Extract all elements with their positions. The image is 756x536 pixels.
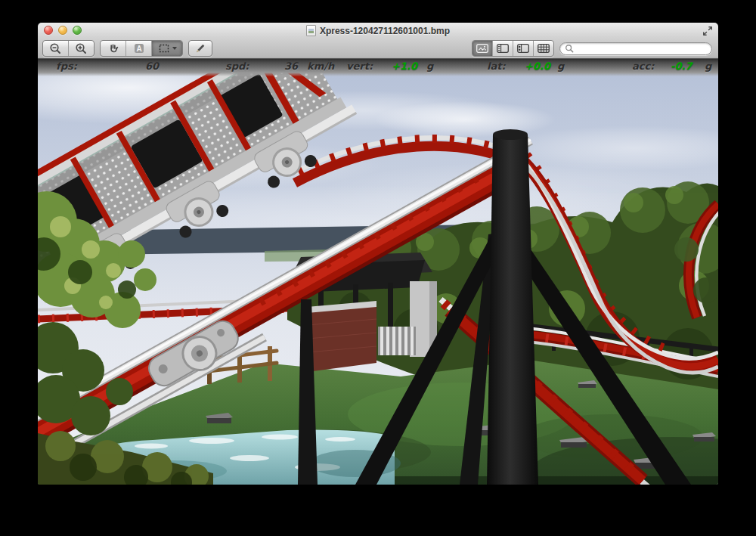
desktop-background: Xpress-120427112601001.bmp [0,0,756,536]
coaster-scene [38,59,718,485]
hand-icon [107,42,119,54]
view-contents-button[interactable] [513,41,533,56]
titlebar[interactable]: Xpress-120427112601001.bmp [38,23,718,39]
view-contactsheet-icon [538,44,550,53]
select-tool-button[interactable] [151,41,182,56]
search-input[interactable] [577,43,707,54]
zoom-group [42,40,94,57]
preview-window: Xpress-120427112601001.bmp [38,23,718,485]
window-title: Xpress-120427112601001.bmp [320,26,450,36]
hud-spd-unit: km/h [307,59,334,73]
hud-acc-unit: g [705,59,711,73]
hud-vert-unit: g [426,59,433,73]
zoom-in-button[interactable] [68,41,94,56]
hud-acc-value: -0.7 [671,59,692,73]
toolbar: A [38,39,718,58]
move-tool-button[interactable] [101,41,125,56]
hud-vert-label: vert: [346,59,373,73]
minimize-button[interactable] [58,26,67,35]
search-icon [565,44,574,53]
view-single-button[interactable] [472,41,492,56]
fullscreen-icon[interactable] [702,25,714,37]
markup-pencil-button[interactable] [189,41,212,56]
view-sidebar-alt-icon [517,44,529,53]
zoom-out-button[interactable] [43,41,68,56]
image-canvas[interactable]: fps: 60 spd: 36 km/h vert: +1.0 g lat: +… [38,59,718,485]
text-select-tool-button[interactable]: A [125,41,151,56]
telemetry-hud: fps: 60 spd: 36 km/h vert: +1.0 g lat: +… [38,59,718,76]
svg-text:A: A [136,45,141,53]
hud-acc-label: acc: [632,59,654,73]
hud-vert-value: +1.0 [392,59,417,73]
hud-fps-value: 60 [145,59,159,73]
hud-spd-label: spd: [225,59,249,73]
select-tool-icon [158,42,170,54]
document-icon [306,25,316,36]
window-header: Xpress-120427112601001.bmp [38,23,718,59]
markup-group [188,40,212,57]
close-button[interactable] [44,26,53,35]
traffic-lights [44,26,82,35]
view-contact-sheet-button[interactable] [533,41,553,56]
view-single-icon [476,44,488,53]
view-thumbnails-button[interactable] [492,41,513,56]
hud-spd-value: 36 [284,59,298,73]
title-group: Xpress-120427112601001.bmp [306,25,450,36]
hud-lat-value: +0.0 [525,59,550,73]
dropdown-caret-icon [172,47,177,50]
hud-lat-unit: g [557,59,564,73]
zoom-window-button[interactable] [73,26,82,35]
tools-group: A [100,40,183,57]
view-sidebar-icon [497,44,509,53]
platform-fence [378,327,416,355]
hud-lat-label: lat: [487,59,506,73]
search-field[interactable] [559,42,712,55]
view-mode-group [472,40,554,57]
hud-fps-label: fps: [56,59,77,73]
text-tool-icon: A [133,42,145,54]
pencil-icon [194,42,206,54]
